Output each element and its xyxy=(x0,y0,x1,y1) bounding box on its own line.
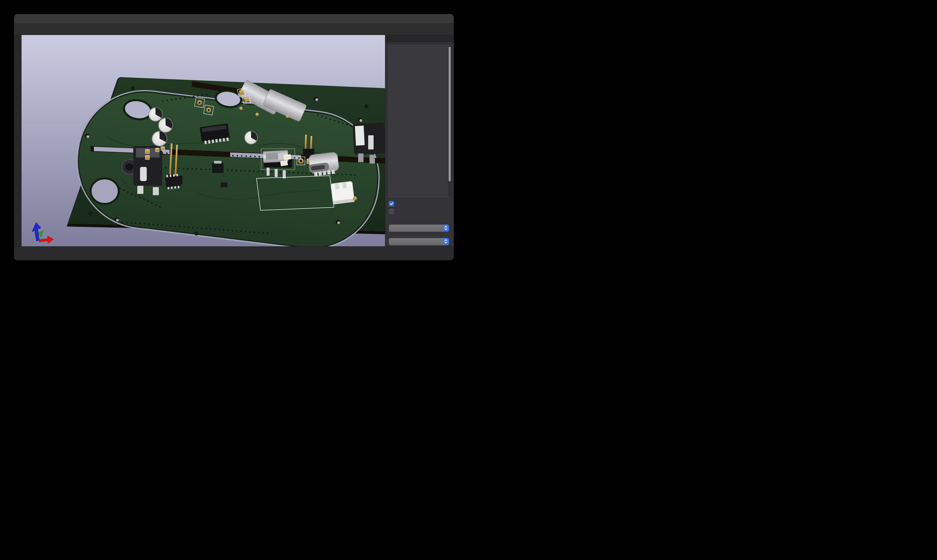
zoom-window-button[interactable] xyxy=(36,17,40,21)
minimize-button[interactable] xyxy=(29,17,34,21)
axis-orientation-gizmo xyxy=(32,222,54,243)
close-button[interactable] xyxy=(23,17,27,21)
scrollbar-thumb[interactable] xyxy=(449,47,451,182)
viewport-combo[interactable] xyxy=(389,238,449,245)
checkbox-row-stackup[interactable] xyxy=(389,201,454,206)
title-bar[interactable] xyxy=(14,14,454,23)
layer-visibility-list xyxy=(387,44,452,198)
stepper-icon[interactable] xyxy=(443,238,449,245)
appearance-sidebar xyxy=(385,35,454,246)
preset-combo[interactable] xyxy=(389,225,449,232)
toolbar xyxy=(14,23,454,35)
stepper-icon[interactable] xyxy=(443,225,449,231)
3d-viewport[interactable] xyxy=(22,35,385,246)
checkbox-pcb-editor-copper-color[interactable] xyxy=(389,209,394,214)
checkbox-board-stackup-colors[interactable] xyxy=(389,201,394,206)
3d-viewer-window xyxy=(14,14,454,260)
status-bar xyxy=(14,246,454,260)
checkbox-row-copper-color[interactable] xyxy=(389,209,454,214)
appearance-panel-title xyxy=(385,35,454,42)
